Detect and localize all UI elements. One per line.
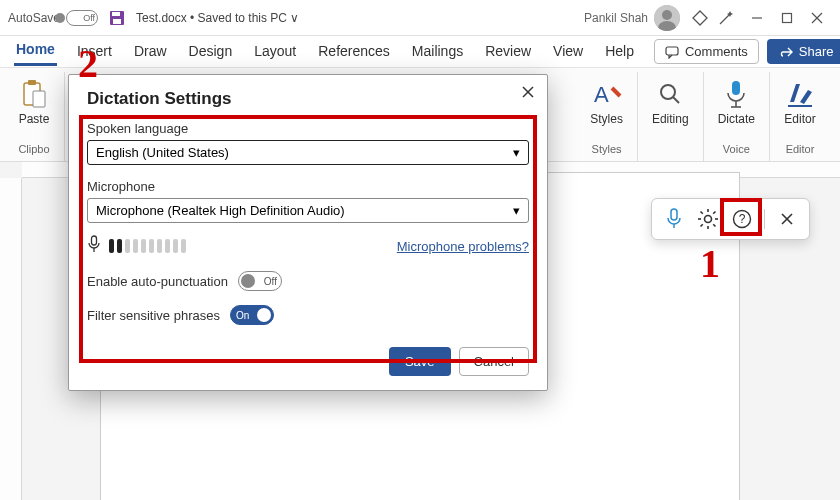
chevron-down-icon: ▾ [513, 145, 520, 160]
ribbon-group-styles: A Styles Styles [576, 72, 638, 161]
autosave-toggle[interactable]: Off [66, 10, 98, 26]
microphone-level-row: Microphone problems? [87, 235, 529, 257]
microphone-problems-link[interactable]: Microphone problems? [397, 239, 529, 254]
styles-icon: A [591, 78, 623, 110]
autosave-label: AutoSave [8, 11, 60, 25]
svg-point-23 [705, 216, 712, 223]
sparkle-icon[interactable] [716, 8, 736, 28]
diamond-icon[interactable] [690, 8, 710, 28]
paste-button[interactable]: Paste [14, 74, 54, 126]
svg-line-30 [701, 224, 703, 226]
auto-punctuation-row: Enable auto-punctuation Off [87, 271, 529, 291]
svg-rect-13 [33, 91, 45, 107]
user-name: Pankil Shah [584, 11, 648, 25]
dictation-close-button[interactable] [775, 207, 799, 231]
annotation-callout-1: 1 [700, 240, 720, 287]
tab-home[interactable]: Home [14, 37, 57, 66]
close-button[interactable] [802, 4, 832, 32]
svg-rect-12 [28, 80, 36, 85]
ribbon-group-editing: Editing [638, 72, 704, 161]
ribbon-group-clipboard: Paste Clipbo [10, 72, 65, 161]
save-icon[interactable] [108, 9, 126, 27]
minimize-button[interactable] [742, 4, 772, 32]
save-button[interactable]: Save [389, 347, 451, 376]
microphone-icon [720, 78, 752, 110]
tab-help[interactable]: Help [603, 39, 636, 65]
tab-references[interactable]: References [316, 39, 392, 65]
annotation-callout-2: 2 [78, 40, 98, 87]
dictate-button[interactable]: Dictate [714, 74, 759, 126]
dialog-close-button[interactable] [521, 85, 535, 103]
filter-phrases-toggle[interactable]: On [230, 305, 274, 325]
tab-layout[interactable]: Layout [252, 39, 298, 65]
ribbon-group-editor: Editor Editor [770, 72, 830, 161]
maximize-button[interactable] [772, 4, 802, 32]
svg-rect-1 [112, 12, 120, 16]
svg-line-28 [701, 212, 703, 214]
editor-button[interactable]: Editor [780, 74, 820, 126]
svg-rect-10 [666, 47, 678, 55]
language-label: Spoken language [87, 121, 529, 136]
dictation-help-button[interactable]: ? [730, 207, 754, 231]
filter-phrases-row: Filter sensitive phrases On [87, 305, 529, 325]
dictation-mic-button[interactable] [662, 207, 686, 231]
svg-line-16 [673, 97, 679, 103]
cancel-button[interactable]: Cancel [459, 347, 529, 376]
microphone-icon [87, 235, 101, 257]
clipboard-icon [18, 78, 50, 110]
tab-mailings[interactable]: Mailings [410, 39, 465, 65]
svg-rect-17 [732, 81, 740, 95]
tab-design[interactable]: Design [187, 39, 235, 65]
styles-button[interactable]: A Styles [586, 74, 627, 126]
tab-draw[interactable]: Draw [132, 39, 169, 65]
svg-line-29 [713, 224, 715, 226]
language-select[interactable]: English (United States) ▾ [87, 140, 529, 165]
microphone-level-meter [109, 239, 186, 253]
svg-rect-2 [113, 19, 121, 24]
editor-icon [784, 78, 816, 110]
svg-rect-38 [92, 236, 97, 245]
svg-rect-21 [671, 209, 677, 220]
comments-button[interactable]: Comments [654, 39, 759, 64]
tab-review[interactable]: Review [483, 39, 533, 65]
autosave-control[interactable]: AutoSave Off [8, 10, 98, 26]
microphone-label: Microphone [87, 179, 529, 194]
title-bar: AutoSave Off Test.docx • Saved to this P… [0, 0, 840, 36]
svg-point-15 [661, 85, 675, 99]
ribbon-group-voice: Dictate Voice [704, 72, 770, 161]
dictation-settings-button[interactable] [696, 207, 720, 231]
document-title[interactable]: Test.docx • Saved to this PC ∨ [136, 11, 299, 25]
editing-button[interactable]: Editing [648, 74, 693, 126]
share-button[interactable]: Share [767, 39, 840, 64]
ribbon-tabs: Home Insert Draw Design Layout Reference… [0, 36, 840, 68]
vertical-ruler[interactable] [0, 178, 22, 500]
svg-text:?: ? [739, 212, 746, 226]
user-avatar[interactable] [654, 5, 680, 31]
microphone-select[interactable]: Microphone (Realtek High Definition Audi… [87, 198, 529, 223]
svg-line-31 [713, 212, 715, 214]
svg-rect-7 [783, 13, 792, 22]
chevron-down-icon: ▾ [513, 203, 520, 218]
tab-view[interactable]: View [551, 39, 585, 65]
dictation-toolbar: ? [651, 198, 810, 240]
svg-point-4 [662, 10, 672, 20]
auto-punctuation-toggle[interactable]: Off [238, 271, 282, 291]
dialog-title: Dictation Settings [87, 89, 529, 109]
search-icon [654, 78, 686, 110]
dictation-settings-dialog: Dictation Settings Spoken language Engli… [68, 74, 548, 391]
svg-text:A: A [594, 82, 609, 107]
